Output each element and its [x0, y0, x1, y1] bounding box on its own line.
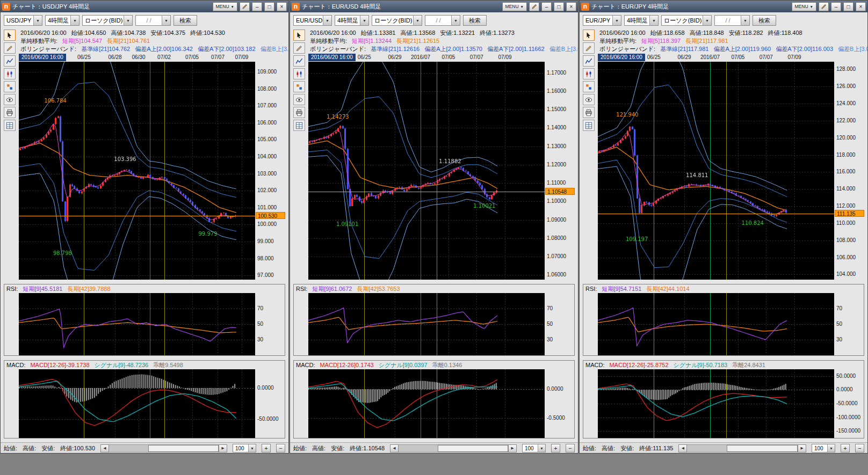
rsi-chart-canvas[interactable]	[19, 293, 255, 355]
titlebar[interactable]: n チャート：EUR/USD 4時間足 MENU ▼ – □ ×	[290, 1, 578, 12]
price-tick-label: 1.15000	[547, 106, 566, 112]
search-button[interactable]: 検索	[463, 15, 487, 26]
price-tick-label: 124.000	[836, 100, 856, 106]
scroll-left-button[interactable]: ◀	[390, 444, 399, 452]
tool-printer-button[interactable]	[293, 107, 305, 118]
menu-button[interactable]: MENU ▼	[792, 2, 816, 11]
tool-trend-button[interactable]	[293, 55, 305, 67]
search-button[interactable]: 検索	[753, 15, 776, 26]
tool-pattern-button[interactable]	[4, 81, 16, 92]
chart-window: n チャート：EUR/USD 4時間足 MENU ▼ – □ × EUR/USD…	[290, 0, 578, 454]
scrollbar-thumb[interactable]	[727, 445, 798, 452]
tool-candle-button[interactable]	[4, 68, 16, 79]
trend-icon	[585, 57, 592, 65]
tool-trend-button[interactable]	[4, 55, 16, 67]
scrollbar-track[interactable]	[687, 444, 798, 452]
scrollbar-track[interactable]	[109, 444, 219, 452]
zoom-out-button[interactable]: −	[566, 444, 575, 452]
eye-icon	[585, 96, 592, 104]
tool-cursor-button[interactable]	[293, 30, 305, 41]
tool-candle-button[interactable]	[583, 68, 595, 79]
minimize-button[interactable]: –	[541, 2, 552, 11]
maximize-button[interactable]: □	[264, 2, 274, 11]
close-button[interactable]: ×	[277, 2, 287, 11]
date-input[interactable]: / / ▼	[714, 15, 750, 26]
edit-button[interactable]	[240, 2, 250, 11]
candle-type-select[interactable]: ローソク(BID) ▼	[372, 15, 422, 26]
pair-select[interactable]: EUR/USD ▼	[293, 15, 332, 26]
scrollbar-thumb[interactable]	[148, 445, 219, 452]
tool-grid-button[interactable]	[583, 120, 595, 131]
macd-tick-label: -100.0000	[836, 414, 860, 420]
sma-long-value: 長期[21]104.761	[107, 37, 150, 45]
timeframe-select[interactable]: 4時間足 ▼	[335, 15, 369, 26]
main-chart-canvas[interactable]	[19, 62, 255, 280]
bar-count-select[interactable]: 100 ▼	[812, 444, 835, 452]
maximize-button[interactable]: □	[843, 2, 853, 11]
close-button[interactable]: ×	[856, 2, 866, 11]
tool-pencil-button[interactable]	[4, 42, 16, 54]
menu-button[interactable]: MENU ▼	[502, 2, 527, 11]
minimize-button[interactable]: –	[252, 2, 262, 11]
titlebar[interactable]: n チャート：USD/JPY 4時間足 MENU ▼ – □ ×	[1, 1, 288, 12]
zoom-in-button[interactable]: +	[841, 444, 850, 452]
h-scrollbar[interactable]: ◀ ▶	[678, 444, 806, 452]
h-scrollbar[interactable]: ◀ ▶	[390, 444, 517, 452]
scroll-right-button[interactable]: ▶	[798, 444, 806, 452]
scroll-right-button[interactable]: ▶	[508, 444, 517, 452]
macd-chart-canvas[interactable]	[19, 369, 255, 438]
scrollbar-track[interactable]	[399, 444, 508, 452]
pair-select[interactable]: EUR/JPY ▼	[583, 15, 621, 26]
tool-grid-button[interactable]	[4, 120, 16, 131]
timeframe-select[interactable]: 4時間足 ▼	[45, 15, 79, 26]
macd-chart-canvas[interactable]	[598, 369, 834, 438]
main-chart-canvas[interactable]	[308, 62, 545, 280]
rsi-chart-canvas[interactable]	[308, 293, 545, 355]
pair-select[interactable]: USD/JPY ▼	[4, 15, 42, 26]
scrollbar-thumb[interactable]	[438, 445, 508, 452]
edit-button[interactable]	[529, 2, 539, 11]
tool-cursor-button[interactable]	[583, 30, 595, 41]
maximize-button[interactable]: □	[554, 2, 564, 11]
rsi-chart-canvas[interactable]	[598, 293, 834, 355]
tool-eye-button[interactable]	[4, 94, 16, 105]
zoom-out-button[interactable]: −	[276, 444, 285, 452]
candle-type-select[interactable]: ローソク(BID) ▼	[82, 15, 133, 26]
tool-printer-button[interactable]	[4, 107, 16, 118]
tool-candle-button[interactable]	[293, 68, 305, 79]
main-chart-area: 2016/06/20 16:00 始値:104.650 高値:104.738 安…	[19, 28, 288, 280]
main-chart-canvas[interactable]	[598, 62, 834, 280]
date-input[interactable]: / / ▼	[425, 15, 460, 26]
close-button[interactable]: ×	[566, 2, 576, 11]
tool-pattern-button[interactable]	[293, 81, 305, 92]
zoom-in-button[interactable]: +	[262, 444, 271, 452]
search-button[interactable]: 検索	[173, 15, 197, 26]
h-scrollbar[interactable]: ◀ ▶	[100, 444, 227, 452]
tool-cursor-button[interactable]	[4, 30, 16, 41]
tool-eye-button[interactable]	[583, 94, 595, 105]
date-input[interactable]: / / ▼	[135, 15, 171, 26]
edit-button[interactable]	[819, 2, 829, 11]
bar-count-select[interactable]: 100 ▼	[233, 444, 256, 452]
zoom-out-button[interactable]: −	[855, 444, 864, 452]
bar-count-select[interactable]: 100 ▼	[522, 444, 546, 452]
tool-pencil-button[interactable]	[583, 42, 595, 54]
sma-line: 単純移動平均: 短期[5]104.547 長期[21]104.761	[19, 37, 288, 45]
menu-button[interactable]: MENU ▼	[213, 2, 237, 11]
tool-trend-button[interactable]	[583, 55, 595, 67]
scroll-left-button[interactable]: ◀	[100, 444, 109, 452]
date-axis: 2016/06/20 16:00 06/2506/2806/3007/0207/…	[19, 53, 255, 62]
candle-type-select[interactable]: ローソク(BID) ▼	[661, 15, 712, 26]
scroll-right-button[interactable]: ▶	[219, 444, 227, 452]
zoom-in-button[interactable]: +	[551, 444, 560, 452]
timeframe-select[interactable]: 4時間足 ▼	[624, 15, 659, 26]
macd-chart-canvas[interactable]	[308, 369, 545, 438]
tool-printer-button[interactable]	[583, 107, 595, 118]
tool-pattern-button[interactable]	[583, 81, 595, 92]
tool-grid-button[interactable]	[293, 120, 305, 131]
titlebar[interactable]: n チャート：EUR/JPY 4時間足 MENU ▼ – □ ×	[580, 1, 867, 12]
scroll-left-button[interactable]: ◀	[678, 444, 687, 452]
minimize-button[interactable]: –	[831, 2, 841, 11]
tool-pencil-button[interactable]	[293, 42, 305, 54]
tool-eye-button[interactable]	[293, 94, 305, 105]
